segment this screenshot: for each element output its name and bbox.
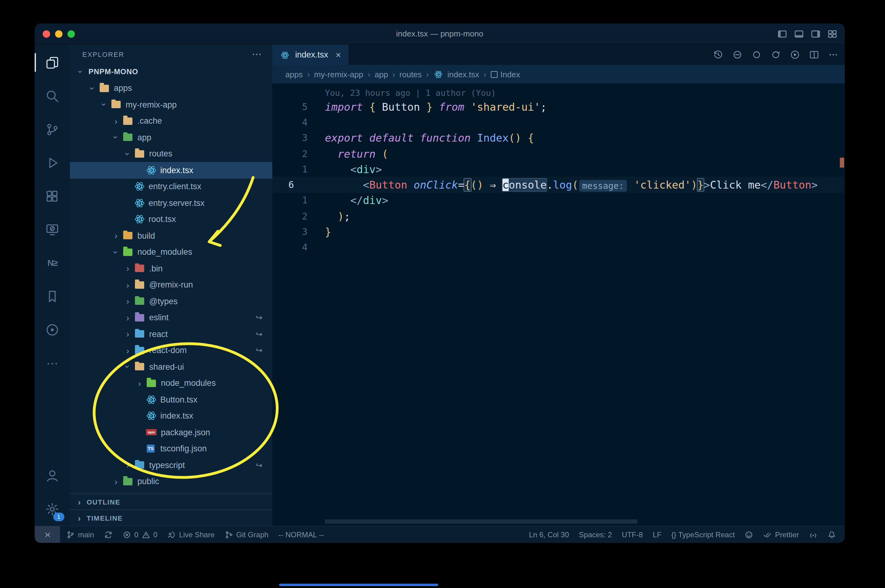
tab-index-tsx[interactable]: index.tsx × (272, 45, 348, 65)
tree-item-types[interactable]: ›@types (70, 293, 272, 309)
language-mode[interactable]: {} TypeScript React (667, 526, 740, 543)
tree-item-tsconfig-json[interactable]: ›TStsconfig.json (70, 441, 272, 457)
encoding[interactable]: UTF-8 (617, 526, 648, 543)
code-line[interactable]: 1 </div> (272, 193, 845, 208)
layout-right-icon[interactable] (811, 29, 821, 39)
tree-item-eslint[interactable]: ›eslint↪ (70, 309, 272, 326)
broadcast-icon (809, 530, 817, 539)
problems[interactable]: 00 (117, 526, 163, 543)
horizontal-scrollbar[interactable] (325, 519, 637, 524)
history-icon[interactable] (713, 50, 724, 60)
code-editor[interactable]: You, 23 hours ago | 1 author (You)5impor… (272, 84, 845, 525)
explorer-more-actions-icon[interactable]: ⋯ (252, 48, 262, 60)
breadcrumb-app[interactable]: app (375, 69, 388, 79)
tree-item-shared-ui[interactable]: ›shared-ui (70, 358, 272, 375)
activity-remote-explorer[interactable] (35, 213, 70, 246)
cursor-position[interactable]: Ln 6, Col 30 (524, 526, 574, 543)
tree-item-index-tsx[interactable]: ›index.tsx (70, 162, 272, 178)
live-share[interactable]: Live Share (163, 526, 220, 543)
activity-settings[interactable]: 1 (35, 492, 70, 525)
code-line[interactable]: 3} (272, 224, 845, 240)
tree-item-react[interactable]: ›react↪ (70, 326, 272, 342)
code-line[interactable]: 4 (272, 115, 845, 130)
ring-arrow-icon[interactable] (771, 50, 781, 60)
activity-search[interactable] (35, 79, 70, 112)
breadcrumb-index-tsx[interactable]: index.tsx (433, 69, 479, 79)
code-line[interactable]: 2 return ( (272, 146, 845, 162)
prettier[interactable]: Prettier (759, 526, 804, 543)
activity-source-control[interactable] (35, 112, 70, 146)
activity-explorer[interactable] (35, 46, 70, 79)
vim-mode[interactable]: -- NORMAL -- (274, 526, 329, 543)
close-tab-icon[interactable]: × (336, 50, 341, 60)
layout-grid-icon[interactable] (828, 29, 837, 39)
tree-item-entry-client-tsx[interactable]: ›entry.client.tsx (70, 178, 272, 195)
tree-item-typescript[interactable]: ›typescript↪ (70, 457, 272, 473)
tree-item-node-modules[interactable]: ›node_modules (70, 375, 272, 392)
tree-item-button-tsx[interactable]: ›Button.tsx (70, 392, 272, 408)
feedback-smiley[interactable] (740, 526, 759, 543)
activity-more-views[interactable]: ⋯ (35, 346, 70, 380)
breadcrumb-index[interactable]: Index (491, 69, 520, 79)
chevron-down-icon: › (111, 133, 121, 142)
breadcrumb-routes[interactable]: routes (399, 69, 422, 79)
indentation[interactable]: Spaces: 2 (574, 526, 617, 543)
tree-item-build[interactable]: ›build (70, 228, 272, 244)
activity-nx-console[interactable]: N≥ (35, 246, 70, 279)
tree-item-apps[interactable]: ›apps (70, 80, 272, 96)
activity-bookmarks[interactable] (35, 279, 70, 313)
remote-indicator[interactable] (35, 526, 60, 543)
tree-item-node-modules[interactable]: ›node_modules (70, 244, 272, 260)
react-icon (280, 50, 289, 59)
tree-item-entry-server-tsx[interactable]: ›entry.server.tsx (70, 195, 272, 211)
sync-changes[interactable] (99, 526, 117, 543)
run-debug-icon (45, 156, 59, 170)
tree-item-remix-run[interactable]: ›@remix-run (70, 277, 272, 293)
timeline-section[interactable]: › TIMELINE (70, 510, 272, 525)
tree-item-bin[interactable]: ›.bin (70, 260, 272, 277)
git-branch[interactable]: main (61, 526, 99, 543)
git-graph[interactable]: Git Graph (220, 526, 274, 543)
zoom-button[interactable] (68, 30, 75, 38)
breadcrumb-apps[interactable]: apps (285, 69, 303, 79)
tree-item-package-json[interactable]: ›npmpackage.json (70, 424, 272, 441)
close-button[interactable] (43, 30, 50, 38)
tree-item-public[interactable]: ›public (70, 473, 272, 490)
notifications[interactable] (822, 526, 841, 543)
tree-item-my-remix-app[interactable]: ›my-remix-app (70, 96, 272, 113)
cursor-word: console (502, 179, 546, 191)
tree-item-index-tsx[interactable]: ›index.tsx (70, 408, 272, 424)
minimize-button[interactable] (55, 30, 63, 38)
breadcrumb-my-remix-app[interactable]: my-remix-app (314, 69, 363, 79)
layout-panel-icon[interactable] (794, 29, 804, 39)
token: 'clicked' (634, 179, 691, 191)
activity-run-debug[interactable] (35, 146, 70, 179)
outline-section[interactable]: › OUTLINE (70, 494, 272, 510)
react-icon (146, 411, 156, 421)
split-icon[interactable] (809, 50, 819, 60)
tree-item-react-dom[interactable]: ›react-dom↪ (70, 342, 272, 358)
tree-item-app[interactable]: ›app (70, 129, 272, 146)
tree-item-routes[interactable]: ›routes (70, 146, 272, 162)
chevron-right-icon: › (123, 264, 132, 274)
layout-left-icon[interactable] (777, 29, 787, 39)
code-line[interactable]: 4 (272, 240, 845, 255)
code-line[interactable]: 3export default function Index() { (272, 130, 845, 146)
activity-extensions[interactable] (35, 179, 70, 213)
tree-item-root-tsx[interactable]: ›root.tsx (70, 211, 272, 228)
eol-sequence[interactable]: LF (648, 526, 667, 543)
breadcrumb: apps›my-remix-app›app›routes›index.tsx›I… (272, 65, 845, 84)
activity-account[interactable] (35, 459, 70, 492)
code-line[interactable]: 6 <Button onClick={() ⇒ console.log(mess… (272, 177, 845, 193)
ring-icon[interactable] (751, 50, 762, 60)
code-line[interactable]: 2 ); (272, 208, 845, 224)
run-icon[interactable] (790, 50, 800, 60)
broadcast[interactable] (804, 526, 822, 543)
code-line[interactable]: 5import { Button } from 'shared-ui'; (272, 99, 845, 115)
more-dots-icon[interactable] (828, 50, 838, 60)
code-line[interactable]: 1 <div> (272, 161, 845, 177)
tree-item-pnpm-mono[interactable]: ›PNPM-MONO (70, 64, 272, 80)
activity-plugin-circle[interactable] (35, 313, 70, 346)
compare-icon[interactable] (732, 50, 743, 60)
tree-item-cache[interactable]: ›.cache (70, 113, 272, 129)
